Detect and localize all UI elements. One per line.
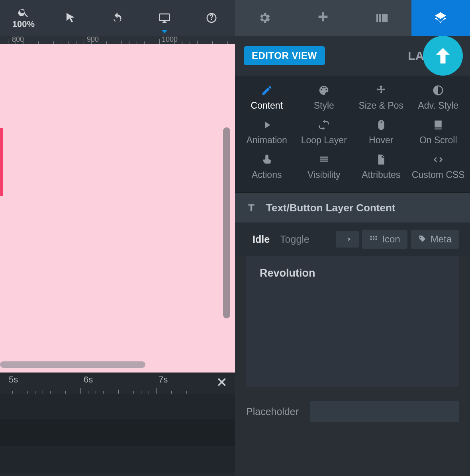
tab-attributes[interactable]: Attributes [352,154,410,180]
right-panel-tabs [235,0,470,36]
cursor-icon [65,12,76,24]
tab-on-scroll[interactable]: On Scroll [410,119,467,146]
horizontal-ruler: 800 900 1000 [0,36,235,44]
tag-icon [418,235,427,244]
placeholder-input[interactable] [310,401,459,422]
layer-text-content-input[interactable]: Revolution [246,256,459,387]
tab-slides[interactable] [352,0,411,36]
pencil-icon [261,84,273,96]
timeline-track[interactable] [0,420,235,446]
cursor-tool[interactable] [47,0,94,36]
zoom-level-label: 100% [12,19,35,29]
move-icon [375,84,387,96]
horizontal-scrollbar[interactable] [0,361,145,368]
section-title-label: Text/Button Layer Content [266,202,396,214]
loop-icon [318,119,330,131]
undo-icon [112,12,123,24]
dpad-icon [316,11,330,25]
visibility-icon [318,154,330,166]
icon-chip[interactable]: Icon [362,230,407,249]
timeline-ruler[interactable]: 5s 6s 7s [0,373,235,394]
tab-custom-css[interactable]: Custom CSS [410,154,467,180]
placeholder-label: Placeholder [246,406,310,417]
tab-size-position[interactable]: Size & Pos [352,84,410,111]
layer-selection-edge[interactable] [0,128,3,196]
layers-icon [434,11,447,25]
time-mark: 5s [9,375,18,385]
slide-canvas[interactable] [0,44,235,373]
timeline-track[interactable] [0,394,235,420]
play-icon [261,119,273,131]
search-icon [18,6,29,18]
zoom-tool[interactable]: 100% [0,0,47,36]
mouse-icon [375,119,387,131]
file-icon [375,154,387,166]
property-tabs-grid: Content Style Size & Pos Adv. Style Anim… [235,76,470,193]
scroll-up-fab[interactable] [423,36,463,76]
canvas-viewport[interactable] [0,44,235,373]
tab-loop-layer[interactable]: Loop Layer [296,119,353,146]
grid-icon [369,235,378,244]
content-subtabs: Idle Toggle Icon Meta [235,222,470,256]
code-icon [432,154,444,166]
section-header: Text/Button Layer Content [235,193,470,222]
text-icon [246,203,257,213]
help-icon [206,12,217,24]
subtab-idle[interactable]: Idle [253,234,270,245]
tab-visibility[interactable]: Visibility [296,154,353,180]
scroll-icon [432,119,444,131]
time-mark: 6s [84,375,93,385]
gear-icon [258,11,271,25]
palette-icon [318,84,330,96]
vertical-scrollbar[interactable] [223,127,230,318]
subtab-toggle[interactable]: Toggle [280,234,309,245]
tab-actions[interactable]: Actions [238,154,296,180]
tab-adv-style[interactable]: Adv. Style [410,84,467,111]
editor-view-pill[interactable]: EDITOR VIEW [244,46,325,65]
contrast-icon [432,84,444,96]
timeline-panel: 5s 6s 7s [0,373,235,476]
device-preview-tool[interactable] [141,0,188,36]
tab-style[interactable]: Style [296,84,353,111]
timeline-track[interactable] [0,446,235,472]
chevron-down-icon [161,30,168,33]
meta-chip[interactable]: Meta [411,230,459,249]
slides-icon [375,11,389,25]
tab-hover[interactable]: Hover [352,119,410,146]
canvas-top-toolbar: 100% [0,0,235,36]
placeholder-field-row: Placeholder [235,398,470,425]
touch-icon [261,154,273,166]
desktop-icon [159,12,170,24]
help-tool[interactable] [188,0,235,36]
layer-text-value: Revolution [260,267,445,279]
tab-navigation[interactable] [294,0,353,36]
linebreak-icon [343,235,352,244]
linebreak-chip[interactable] [336,231,359,248]
time-mark: 7s [159,375,168,385]
tab-layers[interactable] [411,0,470,36]
arrow-up-icon [433,45,453,66]
tab-content[interactable]: Content [238,84,296,111]
tab-animation[interactable]: Animation [238,119,296,146]
tab-settings[interactable] [235,0,294,36]
undo-tool[interactable] [94,0,141,36]
